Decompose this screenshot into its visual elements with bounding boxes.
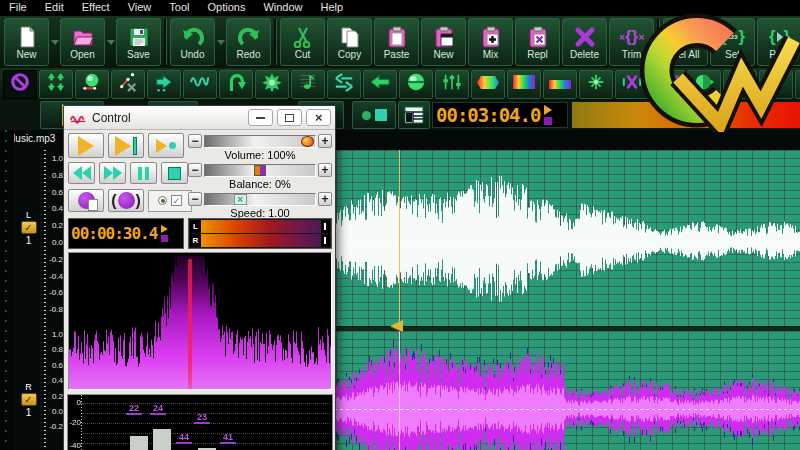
menu-view[interactable]: View bbox=[119, 0, 161, 16]
toolbar-button-paste[interactable]: Paste bbox=[374, 18, 419, 66]
channel-checkbox[interactable]: ✓ bbox=[21, 221, 37, 234]
toolbar-button-set[interactable]: {123}Set bbox=[710, 18, 755, 66]
speed-slider[interactable]: × bbox=[204, 193, 316, 206]
effect-button-flanger-wave[interactable] bbox=[183, 70, 217, 99]
toolbar-button-undo[interactable]: Undo bbox=[170, 18, 215, 66]
effect-button-equalizer-gradient[interactable] bbox=[651, 70, 685, 99]
amplitude-label: -0.8 bbox=[44, 305, 63, 314]
pause-button[interactable] bbox=[130, 162, 157, 184]
marker-stop-icon bbox=[544, 117, 552, 125]
effect-button-warn-exclaim[interactable]: ! bbox=[795, 70, 800, 99]
toolbar-button-new[interactable]: New bbox=[421, 18, 466, 66]
effect-button-adjust-volume-arrows[interactable] bbox=[39, 70, 73, 99]
effect-button-pitch-note[interactable] bbox=[291, 70, 325, 99]
new-file-icon bbox=[15, 25, 39, 49]
play-marker-button[interactable] bbox=[148, 133, 184, 158]
play-button[interactable] bbox=[68, 133, 104, 158]
toolbar-button-trim[interactable]: ×{}×Trim bbox=[609, 18, 654, 66]
effect-button-offset-left[interactable] bbox=[363, 70, 397, 99]
device-window-button[interactable] bbox=[398, 101, 430, 129]
db-axis-label: 0 bbox=[69, 398, 81, 407]
menu-window[interactable]: Window bbox=[254, 0, 311, 16]
rewind-button[interactable] bbox=[68, 162, 95, 184]
undo-arrow-icon bbox=[181, 25, 205, 49]
effect-button-volume-sphere[interactable] bbox=[399, 70, 433, 99]
toolbar-separator bbox=[657, 19, 660, 65]
interpolate-burst-icon bbox=[585, 72, 607, 96]
speed-decrease-button[interactable]: − bbox=[188, 192, 202, 206]
record-selection-button[interactable]: () bbox=[108, 189, 144, 212]
meter-row-r: R bbox=[190, 234, 330, 247]
menu-edit[interactable]: Edit bbox=[36, 0, 73, 16]
reverse-arrow-icon bbox=[225, 72, 247, 96]
dropdown-arrow-icon[interactable] bbox=[50, 18, 59, 66]
stop-button[interactable] bbox=[161, 162, 188, 184]
record-mode-button[interactable] bbox=[352, 101, 396, 129]
channel-checkbox[interactable]: ✓ bbox=[21, 393, 37, 406]
toolbar-button-copy[interactable]: Copy bbox=[327, 18, 372, 66]
menu-help[interactable]: Help bbox=[312, 0, 353, 16]
effect-button-doppler-ball[interactable] bbox=[75, 70, 109, 99]
effect-button-noise-reduction[interactable] bbox=[615, 70, 649, 99]
toolbar-button-prev[interactable]: {}Prev bbox=[757, 18, 800, 66]
minimize-button[interactable] bbox=[248, 109, 273, 126]
toolbar-button-redo[interactable]: Redo bbox=[226, 18, 271, 66]
balance-decrease-button[interactable]: − bbox=[188, 163, 202, 177]
cut-scissors-icon bbox=[291, 25, 315, 49]
playback-marker-icon[interactable] bbox=[390, 320, 403, 332]
redo-arrow-icon bbox=[237, 25, 261, 49]
balance-increase-button[interactable]: + bbox=[318, 163, 332, 177]
effect-button-fade-hexagon[interactable] bbox=[471, 70, 505, 99]
replace-clipboard-icon bbox=[526, 25, 550, 49]
effect-button-envelope-gradient[interactable] bbox=[543, 70, 577, 99]
fast-forward-button[interactable] bbox=[99, 162, 126, 184]
effect-button-shape-sliders[interactable] bbox=[435, 70, 469, 99]
close-button[interactable]: × bbox=[306, 109, 331, 126]
volume-decrease-button[interactable]: − bbox=[188, 134, 202, 148]
toolbar-button-mix[interactable]: Mix bbox=[468, 18, 513, 66]
play-selection-button[interactable] bbox=[108, 133, 144, 158]
control-time-value: 00:00:30.4 bbox=[71, 224, 157, 243]
time-value: 00:03:04.0 bbox=[436, 104, 540, 126]
toolbar-button-new[interactable]: New bbox=[4, 18, 49, 66]
speed-increase-button[interactable]: + bbox=[318, 192, 332, 206]
toolbar-button-save[interactable]: Save bbox=[116, 18, 161, 66]
balance-slider[interactable] bbox=[204, 164, 316, 177]
menu-tool[interactable]: Tool bbox=[160, 0, 198, 16]
dropdown-arrow-icon[interactable] bbox=[216, 18, 225, 66]
save-floppy-icon bbox=[127, 25, 151, 49]
effect-button-mechanize-burst[interactable] bbox=[255, 70, 289, 99]
analyzer-peak-label: 23 bbox=[194, 413, 210, 424]
analyzer-peak-label: 22 bbox=[126, 404, 142, 415]
effect-button-interpolate-burst[interactable] bbox=[579, 70, 613, 99]
monitor-checkbox[interactable]: ✓ bbox=[171, 195, 182, 206]
maximize-button[interactable] bbox=[277, 109, 302, 126]
pan-sphere-icon bbox=[693, 72, 715, 96]
effect-button-pan-sphere[interactable] bbox=[687, 70, 721, 99]
toolbar-button-cut[interactable]: Cut bbox=[280, 18, 325, 66]
menu-file[interactable]: File bbox=[0, 0, 36, 16]
toolbar-button-repl[interactable]: Repl bbox=[515, 18, 560, 66]
effect-button-fade-gradient[interactable] bbox=[507, 70, 541, 99]
effect-button-max-speaker[interactable] bbox=[759, 70, 793, 99]
toolbar-button-open[interactable]: Open bbox=[60, 18, 105, 66]
record-button[interactable] bbox=[68, 189, 104, 212]
effect-button-disable-effect[interactable] bbox=[3, 70, 37, 99]
control-titlebar[interactable]: Control × bbox=[64, 106, 335, 130]
analyzer-peak-label: 41 bbox=[220, 433, 236, 444]
toolbar-button-delete[interactable]: Delete bbox=[562, 18, 607, 66]
monitor-radio[interactable] bbox=[158, 196, 167, 205]
volume-slider[interactable] bbox=[204, 135, 316, 148]
time-display: 00:03:04.0 bbox=[432, 102, 568, 128]
dropdown-arrow-icon[interactable] bbox=[106, 18, 115, 66]
effect-button-disconnect-marker[interactable] bbox=[111, 70, 145, 99]
effect-button-reverse-arrow[interactable] bbox=[219, 70, 253, 99]
effect-button-insert-silence[interactable] bbox=[147, 70, 181, 99]
toolbar-button-sel-all[interactable]: {}Sel All bbox=[663, 18, 708, 66]
effect-button-volume-speaker[interactable] bbox=[723, 70, 757, 99]
menu-options[interactable]: Options bbox=[198, 0, 254, 16]
menu-effect[interactable]: Effect bbox=[73, 0, 119, 16]
volume-increase-button[interactable]: + bbox=[318, 134, 332, 148]
amplitude-label: -0.2 bbox=[44, 422, 63, 431]
effect-button-time-warp[interactable] bbox=[327, 70, 361, 99]
